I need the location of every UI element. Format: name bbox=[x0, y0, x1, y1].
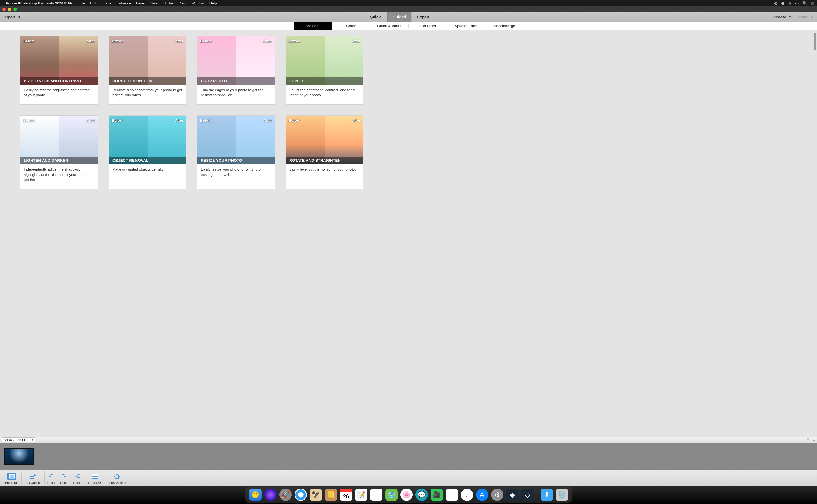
category-label: Black & White bbox=[377, 24, 402, 28]
mode-expert[interactable]: Expert bbox=[411, 12, 435, 22]
undo-icon: ↶ bbox=[48, 473, 53, 480]
bin-collapse-icon[interactable]: ⌄ bbox=[813, 438, 815, 442]
category-basics[interactable]: Basics bbox=[294, 22, 332, 30]
card-title: OBJECT REMOVAL bbox=[109, 157, 186, 164]
dock-pse-organizer-icon[interactable]: ◆ bbox=[506, 489, 518, 501]
tool-tool-options[interactable]: Tool Options bbox=[22, 471, 44, 484]
share-button-label: Share bbox=[796, 15, 808, 19]
guided-edit-card[interactable]: BeforeAfterLIGHTEN AND DARKENIndependent… bbox=[20, 115, 98, 189]
dock-safari-icon[interactable] bbox=[295, 489, 307, 501]
dock-messages-icon[interactable]: 💬 bbox=[415, 489, 428, 501]
caret-down-icon: ▼ bbox=[788, 15, 791, 18]
mode-quick[interactable]: Quick bbox=[363, 12, 387, 22]
menu-edit[interactable]: Edit bbox=[90, 1, 96, 5]
card-thumbnail: BeforeAfterOBJECT REMOVAL bbox=[109, 116, 186, 164]
dock-reminders-icon[interactable]: ☑︎ bbox=[370, 489, 382, 501]
before-label: Before bbox=[289, 118, 300, 123]
card-thumbnail: BeforeAfterCORRECT SKIN TONE bbox=[109, 36, 186, 85]
organizer-icon bbox=[91, 473, 98, 480]
category-black-white[interactable]: Black & White bbox=[370, 22, 408, 30]
bluetooth-icon[interactable]: ⋔ bbox=[788, 1, 791, 5]
open-button[interactable]: Open ▼ bbox=[0, 12, 25, 22]
category-label: Photomerge bbox=[494, 24, 515, 28]
share-button[interactable]: Share ▼ bbox=[796, 15, 813, 19]
dock-music-icon[interactable]: ♪ bbox=[461, 489, 473, 501]
dock-photos-icon[interactable]: 🌸 bbox=[400, 489, 413, 501]
guided-edit-card[interactable]: BeforeAfterBRIGHTNESS AND CONTRASTEasily… bbox=[20, 36, 98, 105]
menu-window[interactable]: Window bbox=[191, 1, 204, 5]
guided-edit-card[interactable]: BeforeAfterCROP PHOTOTrim the edges of y… bbox=[197, 36, 275, 105]
dock-maps-icon[interactable]: 🗺️ bbox=[385, 489, 398, 501]
menu-select[interactable]: Select bbox=[150, 1, 160, 5]
menu-help[interactable]: Help bbox=[210, 1, 217, 5]
card-thumbnail: BeforeAfterRESIZE YOUR PHOTO bbox=[197, 116, 275, 164]
dock-pse-editor-icon[interactable]: ◇ bbox=[521, 489, 534, 501]
dock-trash-icon[interactable]: 🗑️ bbox=[556, 489, 568, 501]
create-button-label: Create bbox=[773, 15, 787, 19]
app-name[interactable]: Adobe Photoshop Elements 2020 Editor bbox=[6, 1, 75, 5]
category-color[interactable]: Color bbox=[332, 22, 370, 30]
dock-facetime-icon[interactable]: 🎥 bbox=[431, 489, 443, 501]
calendar-day: 26 bbox=[340, 492, 352, 501]
menu-image[interactable]: Image bbox=[101, 1, 111, 5]
category-label: Basics bbox=[307, 24, 319, 28]
tool-home-screen[interactable]: Home Screen bbox=[104, 471, 129, 484]
card-thumbnail: BeforeAfterROTATE AND STRAIGHTEN bbox=[286, 116, 363, 164]
category-label: Fun Edits bbox=[419, 24, 436, 28]
dock-contacts-icon[interactable]: 📒 bbox=[325, 489, 337, 501]
window-minimize-button[interactable] bbox=[8, 8, 11, 11]
guided-edit-card[interactable]: BeforeAfterOBJECT REMOVALMake unwanted o… bbox=[109, 115, 186, 189]
photo-bin-thumbnail[interactable] bbox=[4, 448, 34, 465]
mode-guided[interactable]: Guided bbox=[387, 12, 411, 22]
photo-bin-dropdown[interactable]: Show Open Files bbox=[2, 437, 35, 442]
dock-appstore-icon[interactable]: A bbox=[476, 489, 488, 501]
notifications-icon[interactable]: ◉ bbox=[781, 1, 784, 5]
creative-cloud-icon[interactable]: ◎ bbox=[774, 1, 777, 5]
scrollbar-thumb[interactable] bbox=[814, 33, 816, 50]
card-title: CORRECT SKIN TONE bbox=[109, 77, 186, 85]
control-center-icon[interactable]: ☰ bbox=[811, 1, 814, 5]
tool-organizer[interactable]: Organizer bbox=[85, 471, 104, 484]
dock-launchpad-icon[interactable]: 🚀 bbox=[280, 489, 292, 501]
dock-news-icon[interactable]: N bbox=[446, 489, 458, 501]
tool-rotate[interactable]: ⟲ Rotate bbox=[70, 471, 85, 484]
category-special-edits[interactable]: Special Edits bbox=[447, 22, 485, 30]
tool-undo[interactable]: ↶ Undo bbox=[44, 471, 57, 484]
window-close-button[interactable] bbox=[2, 8, 6, 11]
dock-notes-icon[interactable]: 📝 bbox=[355, 489, 367, 501]
guided-edit-card[interactable]: BeforeAfterRESIZE YOUR PHOTOEasily resiz… bbox=[197, 115, 275, 189]
bottom-toolbar: Photo Bin Tool Options ↶ Undo ↷ Redo ⟲ R… bbox=[0, 470, 817, 486]
displays-icon[interactable]: ▭ bbox=[795, 1, 799, 5]
window-zoom-button[interactable] bbox=[13, 8, 17, 11]
after-label: After bbox=[352, 39, 360, 43]
spotlight-icon[interactable]: 🔍 bbox=[802, 1, 807, 5]
menu-enhance[interactable]: Enhance bbox=[117, 1, 131, 5]
guided-edit-card[interactable]: BeforeAfterROTATE AND STRAIGHTENEasily l… bbox=[286, 115, 363, 189]
create-button[interactable]: Create ▼ bbox=[773, 15, 792, 19]
after-label: After bbox=[264, 39, 272, 43]
dock-siri-icon[interactable] bbox=[264, 489, 277, 501]
tool-photo-bin[interactable]: Photo Bin bbox=[2, 471, 22, 484]
card-description: Adjust the brightness, contrast, and ton… bbox=[286, 85, 363, 104]
category-photomerge[interactable]: Photomerge bbox=[485, 22, 523, 30]
photo-bin-header: Show Open Files ☰ ⌄ bbox=[0, 437, 817, 443]
menu-view[interactable]: View bbox=[178, 1, 186, 5]
guided-edit-gallery[interactable]: BeforeAfterBRIGHTNESS AND CONTRASTEasily… bbox=[0, 30, 817, 437]
dock-mail-icon[interactable]: 🦅 bbox=[310, 489, 322, 501]
category-fun-edits[interactable]: Fun Edits bbox=[409, 22, 447, 30]
menu-filter[interactable]: Filter bbox=[165, 1, 173, 5]
dock-finder-icon[interactable]: 🙂 bbox=[249, 489, 262, 501]
dock-downloads-icon[interactable]: ⬇︎ bbox=[541, 489, 553, 501]
guided-edit-card[interactable]: BeforeAfterCORRECT SKIN TONERemove a col… bbox=[109, 36, 186, 105]
dock-calendar-icon[interactable]: OCT 26 bbox=[340, 489, 352, 501]
bin-list-icon[interactable]: ☰ bbox=[807, 438, 810, 442]
menu-file[interactable]: File bbox=[79, 1, 85, 5]
menu-layer[interactable]: Layer bbox=[136, 1, 145, 5]
card-title: ROTATE AND STRAIGHTEN bbox=[286, 157, 363, 164]
card-description: Trim the edges of your photo to get the … bbox=[197, 85, 275, 104]
tool-label: Organizer bbox=[88, 481, 102, 484]
guided-edit-card[interactable]: BeforeAfterLEVELSAdjust the brightness, … bbox=[286, 36, 363, 105]
macos-dock-area: 🙂 🚀 🦅 📒 OCT 26 📝 ☑︎ 🗺️ 🌸 💬 🎥 N ♪ A ⚙︎ ◆ … bbox=[0, 486, 817, 504]
dock-settings-icon[interactable]: ⚙︎ bbox=[491, 489, 503, 501]
tool-redo[interactable]: ↷ Redo bbox=[57, 471, 70, 484]
